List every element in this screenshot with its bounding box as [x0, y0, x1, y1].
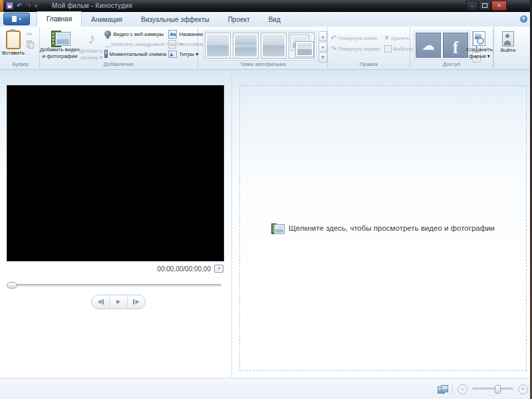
- chevron-down-icon: ▾: [19, 17, 21, 21]
- clipboard-minibuttons: ✂: [25, 29, 35, 47]
- ribbon-group-automovie-themes: ▴ ▾ ▾ Темы автофильма: [199, 27, 328, 68]
- snapshot-button[interactable]: Моментальный снимок: [104, 49, 166, 59]
- zoom-slider-thumb[interactable]: [495, 385, 501, 394]
- title-bar: ↶ ↷ ▾ Мой фильм - Киностудия – ✕: [0, 0, 532, 12]
- zoom-in-button[interactable]: +: [518, 384, 528, 394]
- rotate-left-icon: ↶: [331, 35, 336, 42]
- storyboard-empty-message[interactable]: Щелкните здесь, чтобы просмотреть видео …: [271, 223, 495, 233]
- tab-visual-effects[interactable]: Визуальные эффекты: [132, 13, 219, 27]
- close-button[interactable]: ✕: [491, 1, 507, 11]
- rotate-right-icon: ↷: [331, 45, 336, 53]
- thumbnail-size-icon[interactable]: [438, 385, 448, 394]
- save-movie-icon: [473, 31, 485, 46]
- qat-customize-dropdown-icon[interactable]: ▾: [35, 1, 38, 11]
- gallery-scroll-down-icon[interactable]: ▾: [319, 42, 327, 52]
- gallery-scroll-up-icon[interactable]: ▴: [319, 31, 327, 41]
- rotate-left-label: Повернуть влево: [338, 35, 378, 41]
- caption-button[interactable]: Aa Заголовок: [168, 39, 203, 49]
- next-frame-icon: ▶: [135, 299, 139, 305]
- save-movie-button[interactable]: Сохранить фильм ▾: [466, 29, 493, 59]
- undo-icon[interactable]: ↶: [17, 1, 22, 11]
- movie-maker-window: ↶ ↷ ▾ Мой фильм - Киностудия – ✕ ▾ Главн…: [0, 0, 532, 399]
- add-music-label-line1: Добавить: [80, 48, 103, 54]
- webcam-video-button[interactable]: Видео с веб-камеры: [104, 29, 166, 39]
- ribbon-group-edit: ↶ Повернуть влево ↷ Повернуть вправо ✕ У…: [327, 27, 410, 68]
- paste-label: Вставить: [2, 50, 25, 56]
- seek-bar[interactable]: [7, 284, 221, 287]
- photo-icon: [275, 225, 284, 233]
- share-onedrive-tile[interactable]: ☁: [416, 33, 441, 58]
- snapshot-icon: [104, 50, 107, 58]
- redo-icon[interactable]: ↷: [25, 1, 31, 11]
- pane-divider: [231, 70, 232, 378]
- seek-thumb[interactable]: [7, 282, 17, 289]
- tab-view[interactable]: Вид: [259, 13, 290, 27]
- record-narration-button[interactable]: Записать закадровый текст ▾: [104, 39, 166, 49]
- photo-icon: [56, 33, 70, 45]
- group-label-automovie-themes: Темы автофильма: [199, 61, 327, 67]
- theme-gallery-scroll: ▴ ▾ ▾: [319, 31, 327, 63]
- maximize-icon: [482, 3, 487, 8]
- status-separator: [452, 384, 453, 394]
- add-videos-photos-button[interactable]: Добавить видео и фотографии: [40, 29, 80, 59]
- next-frame-button[interactable]: ▶: [128, 295, 145, 309]
- title-button[interactable]: Aa Название: [168, 29, 203, 39]
- previous-frame-button[interactable]: ◀: [92, 295, 110, 309]
- video-photo-icon: [51, 30, 69, 46]
- save-movie-label-line2: фильм ▾: [469, 53, 490, 59]
- zoom-out-button[interactable]: −: [458, 384, 467, 394]
- credits-icon: A: [168, 51, 177, 58]
- copy-icon[interactable]: [27, 41, 33, 47]
- play-button[interactable]: ▶: [110, 295, 128, 309]
- thumbnail-front: [441, 385, 448, 392]
- preview-monitor[interactable]: [7, 85, 224, 261]
- cut-icon[interactable]: ✂: [27, 31, 33, 38]
- group-label-clipboard: Буфер: [2, 61, 39, 67]
- rotate-right-label: Повернуть вправо: [338, 46, 380, 52]
- webcam-icon: [104, 31, 111, 37]
- rotate-right-button[interactable]: ↷ Повернуть вправо: [331, 44, 380, 54]
- save-project-icon[interactable]: [6, 1, 13, 11]
- minimize-button[interactable]: –: [466, 1, 478, 11]
- maximize-button[interactable]: [479, 1, 491, 11]
- tab-animation[interactable]: Анимация: [82, 13, 132, 27]
- browse-media-icon: [271, 223, 283, 233]
- tab-home[interactable]: Главная: [37, 11, 82, 27]
- zoom-controls: − +: [438, 384, 528, 394]
- facebook-icon: f: [453, 39, 459, 57]
- help-icon[interactable]: ?: [520, 15, 527, 23]
- storyboard-pane[interactable]: Щелкните здесь, чтобы просмотреть видео …: [239, 85, 527, 371]
- share-facebook-tile[interactable]: f: [443, 33, 468, 58]
- window-title: Мой фильм - Киностудия: [52, 2, 132, 9]
- playback-controls: ◀ ▶ ▶: [91, 295, 146, 309]
- quick-access-toolbar: ↶ ↷ ▾: [6, 1, 38, 11]
- credits-button[interactable]: A Титры ▾: [168, 49, 203, 59]
- sign-in-person-icon: [502, 31, 514, 47]
- tab-project[interactable]: Проект: [219, 13, 259, 27]
- group-label-edit: Правка: [327, 61, 410, 67]
- ribbon-tab-bar: ▾ Главная Анимация Визуальные эффекты Пр…: [0, 12, 532, 27]
- rotate-left-button[interactable]: ↶ Повернуть влево: [331, 33, 380, 43]
- sign-in-button[interactable]: Войти: [501, 29, 515, 59]
- zoom-slider[interactable]: [472, 388, 513, 390]
- timecode: 00:00,00/00:00,00: [157, 265, 211, 273]
- title-aa-icon: Aa: [168, 30, 177, 39]
- caption-icon: Aa: [168, 40, 176, 49]
- theme-gallery: [203, 31, 317, 61]
- automovie-theme-contemporary[interactable]: [233, 33, 259, 59]
- file-menu-button[interactable]: ▾: [3, 13, 30, 25]
- window-app-icon: [0, 0, 3, 12]
- paste-button[interactable]: Вставить: [2, 29, 25, 59]
- floppy-disk-icon: [6, 2, 13, 9]
- play-icon: ▶: [116, 299, 120, 305]
- expand-preview-icon[interactable]: ↗: [214, 265, 223, 273]
- storyboard-message-text: Щелкните здесь, чтобы просмотреть видео …: [289, 224, 495, 232]
- ribbon-group-add: Добавить видео и фотографии ♪ Добавить м…: [40, 27, 198, 68]
- add-music-button[interactable]: ♪ Добавить музыку ▾: [80, 29, 103, 59]
- automovie-theme-cinematic[interactable]: [261, 33, 287, 59]
- automovie-theme-default[interactable]: [205, 33, 231, 59]
- sign-in-label: Войти: [501, 47, 515, 53]
- share-gallery: ☁ f: [414, 31, 470, 60]
- automovie-theme-fade[interactable]: [289, 33, 315, 59]
- ribbon-group-clipboard: Вставить ✂ Буфер: [2, 27, 40, 68]
